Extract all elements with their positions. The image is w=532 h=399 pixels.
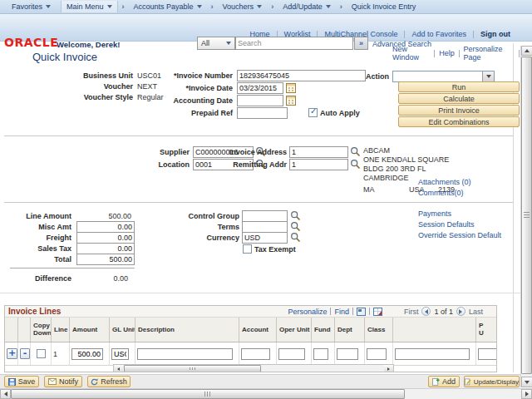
lookup-icon[interactable] xyxy=(350,159,361,170)
calendar-icon[interactable] xyxy=(286,82,296,93)
control-group-input[interactable] xyxy=(242,210,288,222)
scrollbar-thumb[interactable] xyxy=(11,389,405,399)
scroll-right-icon[interactable] xyxy=(521,389,532,399)
prepaid-ref-input[interactable] xyxy=(237,107,288,119)
row-oper-unit-input[interactable] xyxy=(278,348,305,360)
crumb-vouchers[interactable]: Vouchers xyxy=(218,1,268,12)
misc-amt-input[interactable] xyxy=(76,221,135,233)
scrollbar-thumb[interactable] xyxy=(124,365,261,372)
new-window-link[interactable]: New Window xyxy=(388,45,434,62)
add-row-button[interactable] xyxy=(7,348,17,359)
search-go-button[interactable] xyxy=(354,37,368,50)
crumb-accounts-payable[interactable]: Accounts Payable xyxy=(129,1,207,12)
row-pc-unit-input[interactable] xyxy=(478,348,497,360)
auto-apply-checkbox[interactable] xyxy=(308,108,318,117)
search-scope-dropdown[interactable]: All xyxy=(197,37,235,50)
override-session-default-link[interactable]: Override Session Default xyxy=(418,231,501,239)
invoice-address-input[interactable] xyxy=(289,146,348,158)
calculate-button[interactable]: Calculate xyxy=(398,93,520,104)
row-fund-input[interactable] xyxy=(313,348,328,360)
help-link[interactable]: Help xyxy=(435,49,459,57)
lookup-icon[interactable] xyxy=(350,146,361,157)
zoom-grid-icon[interactable] xyxy=(357,308,366,316)
row-amount-input[interactable] xyxy=(71,348,103,360)
print-invoice-button[interactable]: Print Invoice xyxy=(398,105,520,116)
row-dept-input[interactable] xyxy=(337,348,358,360)
oracle-logo: ORACLE xyxy=(4,36,58,49)
find-link[interactable]: Find xyxy=(334,308,349,316)
copy-down-checkbox[interactable] xyxy=(37,349,46,358)
attachments-link[interactable]: Attachments (0) xyxy=(418,178,471,186)
row-extra-input[interactable] xyxy=(395,348,470,360)
session-defaults-link[interactable]: Session Defaults xyxy=(418,220,475,229)
grid-horizontal-scrollbar[interactable] xyxy=(113,364,394,372)
personalize-page-link[interactable]: Personalize Page xyxy=(460,45,519,62)
row-account-input[interactable] xyxy=(241,348,270,360)
comments-link[interactable]: Comments(0) xyxy=(418,189,464,197)
row-gl-unit-input[interactable] xyxy=(111,348,129,360)
lookup-icon[interactable] xyxy=(290,232,301,243)
calendar-icon[interactable] xyxy=(286,95,296,106)
payments-link[interactable]: Payments xyxy=(418,209,451,218)
menu-main-menu[interactable]: Main Menu xyxy=(61,1,118,12)
save-button[interactable]: Save xyxy=(4,376,39,387)
sales-tax-input[interactable] xyxy=(76,243,135,254)
column-header-line: Line xyxy=(52,318,70,342)
column-header-fund: Fund xyxy=(312,318,335,342)
currency-input[interactable] xyxy=(242,232,288,244)
tax-exempt-checkbox[interactable] xyxy=(243,244,252,254)
lookup-icon[interactable] xyxy=(290,210,301,221)
scroll-left-icon[interactable] xyxy=(114,365,123,372)
update-display-button[interactable]: Update/Display xyxy=(464,376,520,387)
grid-title: Invoice Lines xyxy=(5,307,61,316)
breadcrumb-separator-icon xyxy=(336,2,347,11)
breadcrumb-separator-icon xyxy=(118,2,129,11)
lookup-icon[interactable] xyxy=(290,221,301,232)
crumb-add-update[interactable]: Add/Update xyxy=(278,1,336,12)
scroll-down-icon[interactable] xyxy=(521,377,532,387)
sales-tax-label: Sales Tax xyxy=(0,244,71,253)
vertical-scrollbar[interactable] xyxy=(520,46,532,387)
supplier-address-line: CAMBRIDGE xyxy=(363,174,409,182)
page-horizontal-scrollbar[interactable] xyxy=(0,388,532,399)
edit-combinations-button[interactable]: Edit Combinations xyxy=(398,116,520,127)
menu-favorites[interactable]: Favorites xyxy=(7,1,56,12)
misc-amt-label: Misc Amt xyxy=(0,223,71,231)
crumb-label: Accounts Payable xyxy=(134,2,194,11)
delete-row-button[interactable] xyxy=(20,348,30,359)
row-class-input[interactable] xyxy=(367,348,387,360)
invoice-date-input[interactable] xyxy=(237,82,283,94)
total-input[interactable] xyxy=(76,254,135,265)
refresh-button[interactable]: Refresh xyxy=(87,376,131,387)
row-description-input[interactable] xyxy=(137,348,233,360)
notify-button[interactable]: Notify xyxy=(44,376,82,387)
column-header-pc-unit: P U xyxy=(476,318,497,342)
previous-page-icon[interactable] xyxy=(421,307,431,316)
accounting-date-input[interactable] xyxy=(237,95,283,106)
divider xyxy=(352,308,353,315)
crumb-label: Vouchers xyxy=(223,2,254,11)
run-button[interactable]: Run xyxy=(398,81,520,92)
search-scope-value: All xyxy=(201,39,209,47)
remitting-addr-input[interactable] xyxy=(289,159,348,170)
search-input[interactable] xyxy=(235,37,353,50)
save-icon xyxy=(8,378,16,386)
scroll-up-icon[interactable] xyxy=(521,46,532,56)
personalize-link[interactable]: Personalize xyxy=(288,308,327,316)
add-button[interactable]: Add xyxy=(428,376,460,387)
scrollbar-thumb[interactable] xyxy=(521,57,532,374)
add-icon xyxy=(432,377,440,386)
download-to-excel-icon[interactable] xyxy=(373,308,382,316)
first-label[interactable]: First xyxy=(404,308,419,316)
grid-column-headers: Copy Down Line Amount GL Unit Descriptio… xyxy=(5,318,496,342)
scroll-right-icon[interactable] xyxy=(384,365,393,372)
freight-input[interactable] xyxy=(76,232,135,244)
next-page-icon[interactable] xyxy=(456,307,466,316)
scroll-left-icon[interactable] xyxy=(0,389,11,399)
action-select[interactable] xyxy=(392,71,495,82)
add-to-favorites-link[interactable]: Add to Favorites xyxy=(405,30,473,38)
chevron-down-icon xyxy=(46,5,51,8)
sign-out-link[interactable]: Sign out xyxy=(474,30,517,38)
last-label[interactable]: Last xyxy=(469,308,483,316)
terms-input[interactable] xyxy=(242,221,288,233)
